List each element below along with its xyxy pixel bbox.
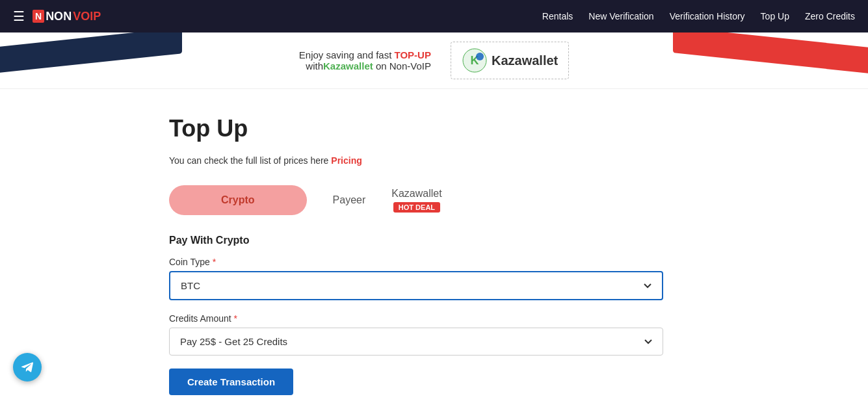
hot-deal-badge: HOT DEAL <box>393 202 440 213</box>
svg-point-2 <box>476 53 484 60</box>
banner: Enjoy saving and fast TOP-UP withKazawal… <box>0 32 868 89</box>
pricing-text-plain: You can check the full list of prices he… <box>169 155 328 166</box>
credits-amount-label: Credits Amount * <box>169 313 663 324</box>
kazawallet-logo-text: Kazawallet <box>492 53 558 68</box>
banner-right-shape <box>673 32 868 84</box>
nav-link-zero-credits[interactable]: Zero Credits <box>805 11 855 21</box>
form-section-title: Pay With Crypto <box>169 235 663 246</box>
nav-link-new-verification[interactable]: New Verification <box>588 11 653 21</box>
payment-tabs: Crypto Payeer Kazawallet HOT DEAL <box>169 185 699 215</box>
kazawallet-icon: K <box>462 47 488 73</box>
banner-text-plain: Enjoy saving and fast <box>299 49 395 60</box>
main-content: Top Up You can check the full list of pr… <box>0 89 868 401</box>
coin-type-select[interactable]: BTC ETH USDT LTC XRP <box>169 271 663 300</box>
navbar: ☰ N NON VOIP Rentals New Verification Ve… <box>0 0 868 32</box>
hamburger-icon[interactable]: ☰ <box>13 8 25 24</box>
navbar-right: Rentals New Verification Verification Hi… <box>542 11 855 21</box>
banner-topup-highlight: TOP-UP <box>395 49 431 60</box>
credits-amount-select[interactable]: Pay 25$ - Get 25 Credits Pay 50$ - Get 5… <box>169 328 663 356</box>
tab-kazawallet[interactable]: Kazawallet HOT DEAL <box>391 188 441 213</box>
credits-amount-group: Credits Amount * Pay 25$ - Get 25 Credit… <box>169 313 663 356</box>
telegram-bubble[interactable] <box>13 353 42 382</box>
pricing-description: You can check the full list of prices he… <box>169 155 699 166</box>
tab-kazawallet-label: Kazawallet <box>391 188 441 200</box>
logo-non: NON <box>46 10 72 23</box>
pricing-link[interactable]: Pricing <box>331 155 362 166</box>
logo-voip: VOIP <box>73 10 101 23</box>
nav-link-rentals[interactable]: Rentals <box>542 11 573 21</box>
tab-crypto[interactable]: Crypto <box>169 185 307 215</box>
navbar-left: ☰ N NON VOIP <box>13 8 101 24</box>
banner-text-suffix: on Non-VoIP <box>373 60 431 71</box>
crypto-form: Pay With Crypto Coin Type * BTC ETH USDT… <box>169 235 663 395</box>
nav-link-top-up[interactable]: Top Up <box>761 11 789 21</box>
create-transaction-button[interactable]: Create Transaction <box>169 369 293 395</box>
kazawallet-logo: K Kazawallet <box>451 42 569 79</box>
banner-kaza-highlight: Kazawallet <box>323 60 373 71</box>
credits-required: * <box>234 313 237 324</box>
logo-icon: N <box>33 10 44 23</box>
banner-content: Enjoy saving and fast TOP-UP withKazawal… <box>299 42 569 79</box>
logo[interactable]: N NON VOIP <box>33 10 101 23</box>
tab-payeer[interactable]: Payeer <box>333 194 366 206</box>
banner-left-shape <box>0 32 182 84</box>
page-title: Top Up <box>169 115 699 142</box>
banner-text: Enjoy saving and fast TOP-UP withKazawal… <box>299 49 431 71</box>
nav-link-verification-history[interactable]: Verification History <box>670 11 745 21</box>
coin-type-label: Coin Type * <box>169 257 663 267</box>
coin-type-required: * <box>213 257 216 267</box>
coin-type-group: Coin Type * BTC ETH USDT LTC XRP <box>169 257 663 300</box>
telegram-icon <box>20 359 35 375</box>
banner-text-with: with <box>306 60 323 71</box>
